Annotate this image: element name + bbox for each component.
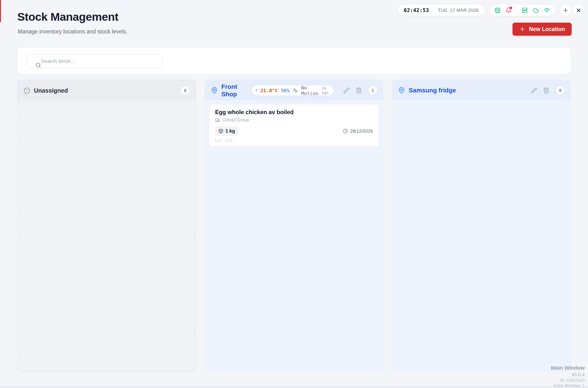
lot-number: 123: [226, 138, 233, 143]
top-status-bar: 02:42:53 TUE, 17 MAR 2026: [398, 5, 584, 16]
new-location-label: New Location: [529, 26, 565, 32]
clock-date: TUE, 17 MAR 2026: [438, 8, 479, 13]
stock-item-card[interactable]: Egg whole chicken av boiled Colruyt Grou…: [209, 104, 379, 147]
item-count-badge: 0: [556, 86, 565, 95]
location-name: Front Shop: [221, 83, 243, 98]
sensor-humidity: 56%: [281, 88, 289, 93]
page-title: Stock Management: [17, 10, 118, 23]
stock-item-title: Egg whole chicken av boiled: [215, 109, 373, 116]
left-accent-bar: [0, 0, 1, 22]
location-body-unassigned: [18, 101, 196, 371]
location-body-samsung-fridge: [392, 101, 570, 371]
close-window-button[interactable]: [573, 5, 584, 16]
stock-item-quantity: 1 kg: [225, 128, 235, 134]
cloud-icon: [533, 7, 539, 13]
search-card: [17, 47, 571, 75]
pencil-icon: [531, 87, 537, 94]
expiry-row: 28/12/2026: [343, 128, 373, 134]
sensor-badge: 21.0°C 56% No Motion 2m ago: [252, 85, 334, 96]
locations-board: Unassigned 0 Front Shop 21.0°C 56%: [17, 80, 571, 372]
delete-location-button[interactable]: [355, 87, 362, 94]
new-location-button[interactable]: New Location: [513, 23, 572, 36]
edit-location-button[interactable]: [531, 87, 537, 94]
trash-icon: [543, 87, 549, 94]
clock-widget: 02:42:53 TUE, 17 MAR 2026: [398, 5, 484, 16]
page-subtitle: Manage inventory locations and stock lev…: [18, 28, 127, 35]
bottom-strip: [0, 386, 588, 388]
status-divider: [517, 7, 517, 13]
delete-location-button[interactable]: [543, 87, 549, 94]
clock-time: 02:42:53: [404, 7, 429, 13]
window-version: v0.0.4: [551, 371, 585, 378]
location-header-samsung-fridge: Samsung fridge 0: [392, 80, 570, 101]
location-header-front-shop: Front Shop 21.0°C 56% No Motion 2m ago: [205, 80, 383, 101]
plus-icon: [519, 26, 525, 32]
sensor-temperature: 21.0°C: [260, 88, 278, 93]
pencil-icon: [343, 87, 349, 94]
clock-icon: [343, 128, 348, 134]
search-box: [27, 54, 162, 68]
location-panel-front-shop: Front Shop 21.0°C 56% No Motion 2m ago: [205, 80, 383, 372]
clock-divider: [433, 7, 434, 13]
location-panel-unassigned: Unassigned 0: [17, 80, 196, 372]
cpu-chip-icon: [495, 7, 501, 13]
stock-item-detail-row: 1 kg 28/12/2026: [215, 126, 373, 136]
package-icon: [218, 128, 223, 134]
lot-label: Lot: [215, 138, 222, 143]
add-window-button[interactable]: [560, 5, 571, 16]
close-icon: [576, 7, 582, 13]
map-pin-icon: [211, 87, 218, 94]
window-id: ID: 235B70AD: [551, 378, 585, 383]
map-pin-icon: [398, 87, 405, 94]
stock-item-supplier: Colruyt Group: [222, 118, 249, 122]
location-name: Unassigned: [34, 87, 68, 94]
notification-dot: [510, 6, 512, 9]
app-window: 02:42:53 TUE, 17 MAR 2026: [0, 0, 588, 388]
location-name: Samsung fridge: [409, 87, 456, 94]
location-header-unassigned: Unassigned 0: [18, 80, 196, 101]
location-panel-samsung-fridge: Samsung fridge 0: [392, 80, 571, 372]
status-widget: [490, 5, 555, 16]
window-name: Main Window: [551, 364, 585, 371]
plus-icon: [563, 7, 569, 13]
alert-circle-icon: [23, 87, 30, 94]
quantity-chip: 1 kg: [215, 126, 238, 136]
truck-icon: [215, 118, 220, 122]
stock-item-supplier-row: Colruyt Group: [215, 118, 373, 122]
wifi-icon: [544, 7, 550, 13]
sensor-motion: No Motion: [301, 85, 319, 96]
trash-icon: [355, 87, 362, 94]
active-windows: Active Windows: 1: [551, 383, 585, 388]
window-info: Main Window v0.0.4 ID: 235B70AD Active W…: [551, 364, 585, 388]
item-count-badge: 0: [181, 86, 190, 95]
sensor-status-dot: [256, 89, 257, 92]
stock-item-expiry: 28/12/2026: [350, 128, 373, 134]
server-icon: [522, 7, 528, 13]
search-input[interactable]: [27, 54, 162, 68]
activity-icon: [293, 88, 298, 93]
sensor-last-seen: 2m ago: [322, 86, 330, 95]
lot-row: Lot 123: [215, 138, 373, 143]
edit-location-button[interactable]: [343, 87, 349, 94]
item-count-badge: 1: [368, 86, 377, 95]
location-body-front-shop: Egg whole chicken av boiled Colruyt Grou…: [205, 101, 383, 371]
notification-bell-icon: [505, 7, 512, 13]
